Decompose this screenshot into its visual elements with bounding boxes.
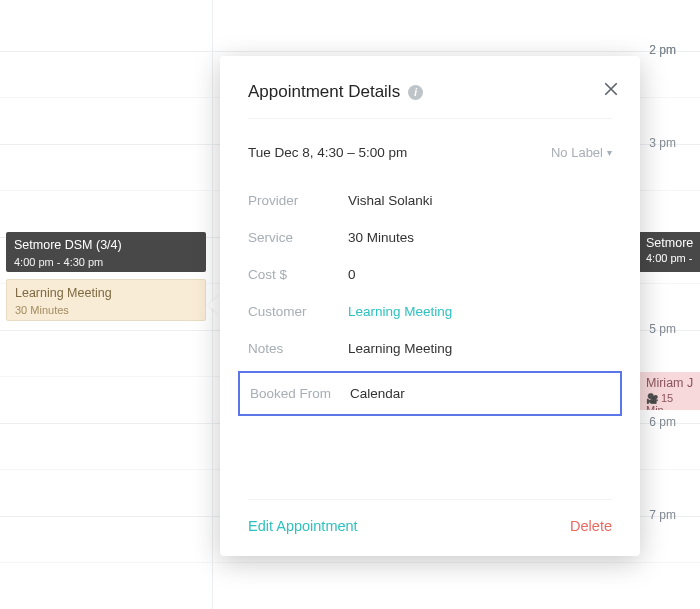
event-duration: 🎥15 Min [646,392,694,410]
service-field: Service 30 Minutes [248,219,612,256]
calendar-event-selected[interactable]: Learning Meeting 30 Minutes [6,279,206,321]
calendar-event[interactable]: Miriam J 🎥15 Min [640,372,700,410]
video-camera-icon: 🎥 [646,393,658,404]
field-value: Calendar [350,386,405,401]
cost-field: Cost $ 0 [248,256,612,293]
event-title: Setmore [646,236,694,250]
field-value: Vishal Solanki [348,193,433,208]
chevron-down-icon: ▾ [607,147,612,158]
field-label: Notes [248,341,348,356]
event-title: Learning Meeting [15,286,197,301]
calendar-event[interactable]: Setmore DSM (3/4) 4:00 pm - 4:30 pm [6,232,206,272]
modal-title: Appointment Details i [248,82,423,102]
event-title: Setmore DSM (3/4) [14,238,198,253]
time-label: 2 pm [376,43,676,57]
booked-from-field: Booked From Calendar [238,371,622,416]
delete-button[interactable]: Delete [570,518,612,534]
event-title: Miriam J [646,376,694,390]
label-dropdown[interactable]: No Label ▾ [551,145,612,160]
field-value: 30 Minutes [348,230,414,245]
field-value: Learning Meeting [348,341,452,356]
calendar-event[interactable]: Setmore 4:00 pm - [640,232,700,272]
customer-link[interactable]: Learning Meeting [348,304,452,319]
half-hour-line [0,562,700,563]
field-value: 0 [348,267,356,282]
provider-field: Provider Vishal Solanki [248,182,612,219]
appointment-fields: Provider Vishal Solanki Service 30 Minut… [248,182,612,416]
field-label: Customer [248,304,348,319]
field-label: Booked From [250,386,350,401]
close-button[interactable] [598,78,624,104]
field-label: Provider [248,193,348,208]
close-icon [604,82,618,96]
event-duration: 30 Minutes [15,303,197,318]
appointment-details-modal: Appointment Details i Tue Dec 8, 4:30 – … [220,56,640,556]
label-dropdown-text: No Label [551,145,603,160]
modal-actions: Edit Appointment Delete [248,499,612,534]
divider [248,118,612,119]
field-label: Service [248,230,348,245]
datetime-row: Tue Dec 8, 4:30 – 5:00 pm No Label ▾ [248,145,612,160]
modal-title-text: Appointment Details [248,82,400,102]
notes-field: Notes Learning Meeting [248,330,612,367]
popover-arrow-icon [208,295,220,315]
field-label: Cost $ [248,267,348,282]
event-time: 4:00 pm - [646,252,694,264]
edit-appointment-button[interactable]: Edit Appointment [248,518,358,534]
appointment-datetime: Tue Dec 8, 4:30 – 5:00 pm [248,145,407,160]
customer-field: Customer Learning Meeting [248,293,612,330]
info-icon[interactable]: i [408,85,423,100]
event-time: 4:00 pm - 4:30 pm [14,255,198,270]
